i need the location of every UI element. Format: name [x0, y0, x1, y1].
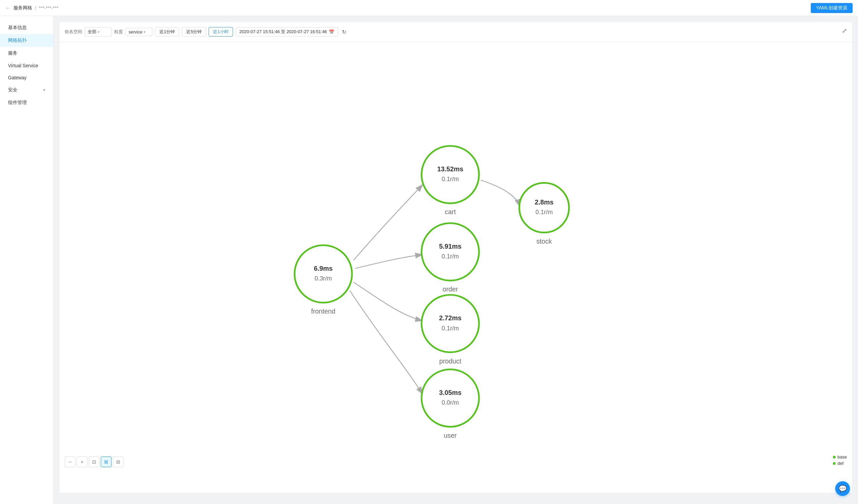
- time-range-text: 2020-07-27 15:51:46 至 2020-07-27 16:51:4…: [239, 29, 327, 35]
- stock-line1: 2.8ms: [535, 198, 554, 206]
- sidebar-item-label: Virtual Service: [8, 63, 38, 68]
- graph-area: 6.9ms 0.3r/m frontend 13.52ms 0.1r/m car…: [59, 42, 852, 473]
- time-btn-1min[interactable]: 近1分钟: [155, 27, 179, 36]
- chevron-down-icon: ▾: [43, 88, 45, 92]
- sidebar-item-security[interactable]: 安全 ▾: [0, 84, 53, 96]
- sidebar-item-label: 服务: [8, 50, 17, 56]
- expand-button[interactable]: ⤢: [842, 27, 847, 34]
- top-header: ← 服务网格 / ***-***-*** YAML创建资源: [0, 0, 858, 16]
- zoom-in-button[interactable]: +: [77, 456, 88, 467]
- granularity-value: service: [129, 30, 142, 34]
- edge-frontend-user: [350, 291, 423, 394]
- edge-frontend-cart: [354, 184, 423, 260]
- layout2-button[interactable]: ⊟: [113, 456, 124, 467]
- sidebar-item-label: 安全: [8, 87, 17, 93]
- zoom-out-button[interactable]: −: [65, 456, 75, 467]
- frontend-circle: [295, 245, 352, 303]
- namespace-label: 命名空间: [65, 29, 82, 35]
- sidebar-item-components[interactable]: 组件管理: [0, 96, 53, 109]
- node-order[interactable]: 5.91ms 0.1r/m order: [422, 223, 479, 293]
- zoom-in-icon: +: [81, 459, 83, 465]
- legend-item-def: def: [833, 461, 847, 466]
- edge-cart-stock: [480, 180, 520, 207]
- sidebar-item-label: 网格拓扑: [8, 37, 27, 44]
- user-line1: 3.05ms: [439, 389, 461, 396]
- legend-item-base: base: [833, 454, 847, 459]
- back-button[interactable]: ←: [5, 5, 11, 11]
- sidebar-item-label: 基本信息: [8, 25, 27, 31]
- topology-graph: 6.9ms 0.3r/m frontend 13.52ms 0.1r/m car…: [59, 42, 852, 473]
- layout2-icon: ⊟: [116, 459, 120, 465]
- order-line2: 0.1r/m: [442, 253, 459, 260]
- fit-icon: ⊡: [92, 459, 96, 465]
- stock-circle: [520, 183, 569, 232]
- legend-dot-def: [833, 462, 836, 465]
- node-stock[interactable]: 2.8ms 0.1r/m stock: [520, 183, 569, 245]
- yaml-create-button[interactable]: YAML创建资源: [811, 3, 853, 13]
- order-circle: [422, 223, 479, 280]
- sidebar: 基本信息 网格拓扑 服务 Virtual Service Gateway 安全 …: [0, 16, 53, 504]
- fit-button[interactable]: ⊡: [89, 456, 99, 467]
- breadcrumb-sep: /: [35, 5, 36, 11]
- breadcrumb-home[interactable]: 服务网格: [13, 5, 32, 11]
- node-user[interactable]: 3.05ms 0.0r/m user: [422, 370, 479, 439]
- product-line1: 2.72ms: [439, 314, 461, 322]
- breadcrumb: ← 服务网格 / ***-***-***: [5, 5, 58, 11]
- sidebar-item-topology[interactable]: 网格拓扑: [0, 34, 53, 47]
- legend: base def: [833, 454, 847, 467]
- stock-line2: 0.1r/m: [536, 209, 553, 215]
- calendar-icon[interactable]: 📅: [329, 30, 334, 34]
- edge-frontend-product: [354, 282, 423, 321]
- order-label: order: [442, 286, 458, 293]
- user-circle: [422, 370, 479, 427]
- layout1-button[interactable]: ⊞: [101, 456, 112, 467]
- user-line2: 0.0r/m: [442, 399, 459, 406]
- sidebar-item-virtualservice[interactable]: Virtual Service: [0, 60, 53, 71]
- cart-line2: 0.1r/m: [442, 176, 459, 182]
- granularity-label: 粒度: [114, 29, 123, 35]
- time-range-display: 2020-07-27 15:51:46 至 2020-07-27 16:51:4…: [236, 27, 338, 36]
- edge-frontend-order: [355, 255, 423, 269]
- legend-dot-base: [833, 456, 836, 458]
- sidebar-item-basicinfo[interactable]: 基本信息: [0, 21, 53, 34]
- zoom-out-icon: −: [69, 459, 72, 465]
- sidebar-item-label: 组件管理: [8, 100, 27, 106]
- sidebar-item-gateway[interactable]: Gateway: [0, 71, 53, 84]
- content-card: 命名空间 全部 ▾ 粒度 service ▾ 近1分钟 近5分钟 近1小时 20…: [59, 21, 853, 493]
- namespace-dropdown-icon: ▾: [98, 30, 99, 34]
- frontend-line1: 6.9ms: [314, 265, 333, 272]
- bottom-toolbar: − + ⊡ ⊞ ⊟: [65, 456, 124, 467]
- stock-label: stock: [537, 238, 552, 245]
- refresh-button[interactable]: ↻: [340, 28, 348, 36]
- namespace-value: 全部: [88, 29, 96, 35]
- order-line1: 5.91ms: [439, 243, 461, 250]
- cart-line1: 13.52ms: [437, 165, 463, 173]
- frontend-label: frontend: [311, 308, 336, 315]
- node-product[interactable]: 2.72ms 0.1r/m product: [422, 295, 479, 364]
- namespace-select[interactable]: 全部 ▾: [85, 27, 112, 36]
- cart-label: cart: [445, 208, 456, 215]
- granularity-dropdown-icon: ▾: [144, 30, 145, 34]
- legend-label-base: base: [838, 454, 847, 459]
- chat-icon: 💬: [839, 485, 847, 493]
- main-content: 命名空间 全部 ▾ 粒度 service ▾ 近1分钟 近5分钟 近1小时 20…: [53, 16, 858, 504]
- time-btn-5min[interactable]: 近5分钟: [182, 27, 206, 36]
- node-frontend[interactable]: 6.9ms 0.3r/m frontend: [295, 245, 352, 315]
- granularity-select[interactable]: service ▾: [126, 28, 153, 36]
- node-cart[interactable]: 13.52ms 0.1r/m cart: [422, 146, 479, 215]
- product-circle: [422, 295, 479, 352]
- time-btn-1hour[interactable]: 近1小时: [209, 27, 233, 36]
- cart-circle: [422, 146, 479, 203]
- user-label: user: [444, 432, 457, 439]
- layout1-icon: ⊞: [104, 459, 108, 465]
- layout: 基本信息 网格拓扑 服务 Virtual Service Gateway 安全 …: [0, 16, 858, 504]
- sidebar-item-service[interactable]: 服务: [0, 47, 53, 60]
- legend-label-def: def: [838, 461, 844, 466]
- frontend-line2: 0.3r/m: [315, 275, 332, 282]
- product-line2: 0.1r/m: [442, 325, 459, 332]
- sidebar-item-label: Gateway: [8, 75, 27, 80]
- breadcrumb-current: ***-***-***: [39, 5, 58, 11]
- product-label: product: [439, 357, 461, 365]
- chat-button[interactable]: 💬: [835, 481, 850, 496]
- toolbar: 命名空间 全部 ▾ 粒度 service ▾ 近1分钟 近5分钟 近1小时 20…: [59, 22, 852, 42]
